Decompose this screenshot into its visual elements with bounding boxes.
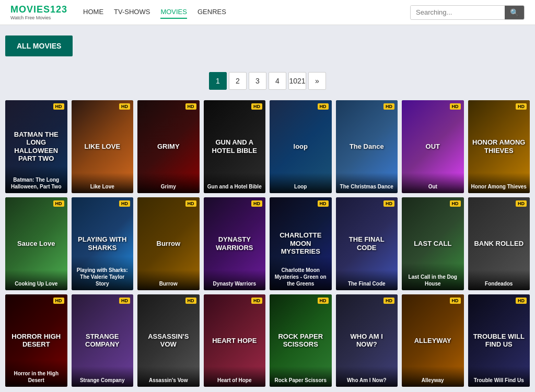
poster-text: GRIMY (153, 138, 184, 155)
movie-title: Charlotte Moon Mysteries - Green on the … (270, 256, 332, 290)
hd-badge: HD (119, 200, 130, 207)
movie-card-charlotte[interactable]: HD CHARLOTTE MOON MYSTERIES Charlotte Mo… (270, 197, 332, 290)
movie-title: Who Am I Now? (336, 366, 398, 387)
movie-title: Honor Among Thieves (468, 173, 530, 193)
movie-card-out[interactable]: HD OUT Out (402, 100, 464, 193)
hd-badge: HD (119, 103, 130, 110)
movie-poster: HD DYNASTY WARRIORS Dynasty Warriors (204, 197, 266, 290)
movie-card-alleyway[interactable]: HD ALLEYWAY Alleyway (402, 294, 464, 387)
hd-badge: HD (251, 298, 262, 304)
movie-title: Dynasty Warriors (204, 270, 266, 290)
header: MOVIES123 Watch Free Movies HOME TV-SHOW… (0, 0, 535, 25)
movie-title: Burrow (137, 270, 200, 290)
search-area: 🔍 (410, 5, 525, 20)
poster-text: HONOR AMONG THIEVES (468, 134, 530, 159)
movie-title: Last Call in the Dog House (402, 263, 464, 290)
movie-card-final[interactable]: HD THE FINAL CODE The Final Code (336, 197, 398, 290)
poster-text: LAST CALL (410, 235, 456, 252)
movie-card-whoami[interactable]: HD WHO AM I NOW? Who Am I Now? (336, 294, 398, 387)
poster-text: ROCK PAPER SCISSORS (270, 328, 332, 353)
nav-tvshows[interactable]: TV-SHOWS (114, 6, 150, 19)
page-btn-1[interactable]: 1 (209, 72, 227, 90)
poster-text: PLAYING WITH SHARKS (72, 231, 134, 256)
movie-title: Strange Company (72, 366, 134, 387)
movie-poster: HD WHO AM I NOW? Who Am I Now? (336, 294, 398, 387)
page-btn-3[interactable]: 3 (249, 72, 266, 90)
movie-title: Gun and a Hotel Bible (204, 173, 266, 193)
movie-card-horror[interactable]: HD HORROR HIGH DESERT Horror in the High… (5, 294, 67, 387)
movie-title: Alleyway (402, 366, 464, 387)
movie-card-batman[interactable]: HD BATMAN THE LONG HALLOWEEN PART TWO Ba… (5, 100, 67, 193)
movie-card-assassin[interactable]: HD ASSASSIN'S VOW Assassin's Vow (137, 294, 200, 387)
hd-badge: HD (185, 200, 196, 207)
poster-text: BATMAN THE LONG HALLOWEEN PART TWO (5, 126, 67, 167)
hd-badge: HD (318, 298, 329, 304)
movie-card-sharks[interactable]: HD PLAYING WITH SHARKS Playing with Shar… (72, 197, 134, 290)
pagination: 1 2 3 4 1021 » (5, 72, 530, 90)
poster-text: STRANGE COMPANY (72, 328, 134, 353)
movie-title: Heart of Hope (204, 366, 266, 387)
movie-card-honor[interactable]: HD HONOR AMONG THIEVES Honor Among Thiev… (468, 100, 530, 193)
movie-title: Trouble Will Find Us (468, 366, 530, 387)
poster-text: LIKE LOVE (80, 138, 124, 155)
movie-card-loop[interactable]: HD loop Loop (270, 100, 332, 193)
poster-text: GUN AND A HOTEL BIBLE (204, 134, 266, 159)
movie-card-lastcall[interactable]: HD LAST CALL Last Call in the Dog House (402, 197, 464, 290)
movie-card-dynasty[interactable]: HD DYNASTY WARRIORS Dynasty Warriors (204, 197, 266, 290)
movie-card-heart[interactable]: HD HEART HOPE Heart of Hope (204, 294, 266, 387)
movie-card-gun[interactable]: HD GUN AND A HOTEL BIBLE Gun and a Hotel… (204, 100, 266, 193)
movie-card-rockpaper[interactable]: HD ROCK PAPER SCISSORS Rock Paper Scisso… (270, 294, 332, 387)
hd-badge: HD (450, 103, 461, 110)
hd-badge: HD (318, 103, 329, 110)
hd-badge: HD (185, 298, 196, 304)
poster-text: BANK ROLLED (470, 235, 528, 252)
movie-card-strange[interactable]: HD STRANGE COMPANY Strange Company (72, 294, 134, 387)
movie-card-christmas[interactable]: HD The Dance The Christmas Dance (336, 100, 398, 193)
movie-poster: HD CHARLOTTE MOON MYSTERIES Charlotte Mo… (270, 197, 332, 290)
movie-poster: HD ROCK PAPER SCISSORS Rock Paper Scisso… (270, 294, 332, 387)
hd-badge: HD (383, 103, 394, 110)
hd-badge: HD (53, 200, 64, 207)
nav-genres[interactable]: GENRES (197, 6, 226, 19)
page-btn-4[interactable]: 4 (269, 72, 286, 90)
all-movies-button[interactable]: ALL MOVIES (5, 35, 73, 56)
hd-badge: HD (383, 200, 394, 207)
poster-text: TROUBLE WILL FIND US (468, 328, 530, 353)
movie-title: Rock Paper Scissors (270, 366, 332, 387)
movie-card-cooking[interactable]: HD Sauce Love Cooking Up Love (5, 197, 67, 290)
movie-title: Out (402, 173, 464, 193)
movie-poster: HD Sauce Love Cooking Up Love (5, 197, 67, 290)
movie-card-likelove[interactable]: HD LIKE LOVE Like Love (72, 100, 134, 193)
movie-card-trouble[interactable]: HD TROUBLE WILL FIND US Trouble Will Fin… (468, 294, 530, 387)
movie-card-fondeados[interactable]: HD BANK ROLLED Fondeados (468, 197, 530, 290)
logo[interactable]: MOVIES123 Watch Free Movies (10, 4, 67, 20)
movie-poster: HD The Dance The Christmas Dance (336, 100, 398, 193)
hd-badge: HD (318, 200, 329, 207)
page-btn-2[interactable]: 2 (229, 72, 247, 90)
search-input[interactable] (411, 6, 505, 19)
movie-poster: HD HORROR HIGH DESERT Horror in the High… (5, 294, 67, 387)
movie-title: Fondeados (468, 270, 530, 290)
movie-poster: HD PLAYING WITH SHARKS Playing with Shar… (72, 197, 134, 290)
movie-title: The Final Code (336, 270, 398, 290)
nav-home[interactable]: HOME (83, 6, 103, 19)
nav-movies[interactable]: MOVIES (160, 6, 187, 19)
movie-poster: HD TROUBLE WILL FIND US Trouble Will Fin… (468, 294, 530, 387)
search-button[interactable]: 🔍 (505, 6, 524, 19)
main-content: ALL MOVIES 1 2 3 4 1021 » HD BATMAN THE … (0, 25, 535, 392)
page-btn-1021[interactable]: 1021 (288, 72, 306, 90)
logo-subtitle: Watch Free Movies (10, 15, 67, 20)
movie-card-grimy[interactable]: HD GRIMY Grimy (137, 100, 200, 193)
movie-card-burrow[interactable]: HD Burrow Burrow (137, 197, 200, 290)
movie-title: Like Love (72, 173, 134, 193)
movie-poster: HD GUN AND A HOTEL BIBLE Gun and a Hotel… (204, 100, 266, 193)
hd-badge: HD (383, 298, 394, 304)
movie-title: Horror in the High Desert (5, 360, 67, 387)
logo-name: MOVIES123 (10, 4, 67, 15)
page-btn-next[interactable]: » (308, 72, 326, 90)
movie-title: The Christmas Dance (336, 173, 398, 193)
movie-title: Loop (270, 173, 332, 193)
poster-text: OUT (422, 138, 444, 155)
hd-badge: HD (251, 200, 262, 207)
movie-poster: HD OUT Out (402, 100, 464, 193)
